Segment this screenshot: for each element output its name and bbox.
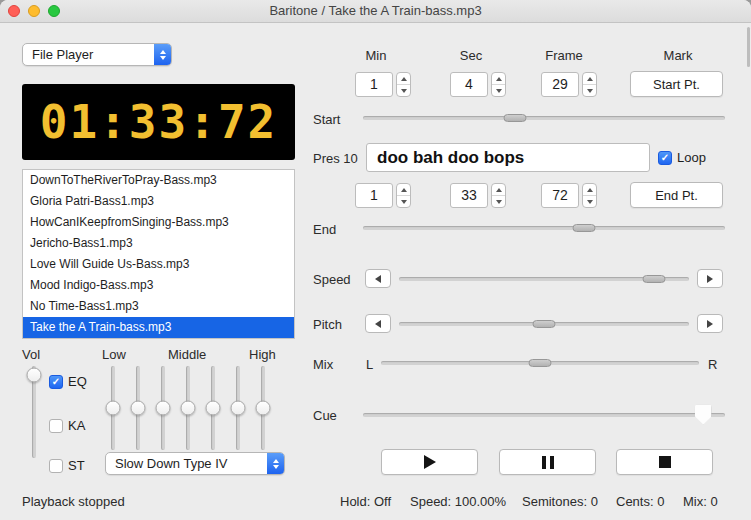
pitch-decrease-button[interactable] — [365, 314, 391, 333]
eq-band-slider[interactable] — [205, 366, 220, 450]
eq-band-thumb[interactable] — [205, 401, 220, 416]
window-scrollbar[interactable] — [747, 27, 750, 67]
stepper-up-button[interactable] — [492, 73, 505, 85]
mix-slider[interactable] — [381, 355, 699, 371]
stepper-up-button[interactable] — [397, 184, 410, 196]
start-frame-field[interactable]: 29 — [541, 72, 579, 97]
right-arrow-icon — [707, 320, 713, 328]
stepper-down-button[interactable] — [397, 196, 410, 207]
loop-checkbox-box[interactable] — [658, 151, 672, 165]
playlist-item[interactable]: Mood Indigo-Bass.mp3 — [23, 275, 294, 296]
loop-checkbox[interactable]: Loop — [658, 150, 706, 165]
start-min-stepper[interactable] — [396, 72, 411, 97]
pitch-slider-thumb[interactable] — [533, 320, 556, 328]
end-sec-stepper[interactable] — [491, 183, 506, 208]
end-min-stepper[interactable] — [396, 183, 411, 208]
eq-checkbox[interactable]: EQ — [49, 374, 87, 389]
playlist-item[interactable]: Love Will Guide Us-Bass.mp3 — [23, 254, 294, 275]
eq-band-slider[interactable] — [230, 366, 245, 450]
st-checkbox-box[interactable] — [49, 459, 63, 473]
end-min-field[interactable]: 1 — [355, 183, 393, 208]
speed-decrease-button[interactable] — [365, 269, 391, 288]
eq-checkbox-box[interactable] — [49, 375, 63, 389]
window-title: Baritone / Take the A Train-bass.mp3 — [0, 0, 751, 22]
playlist-item[interactable]: No Time-Bass1.mp3 — [23, 296, 294, 317]
speed-slider-thumb[interactable] — [643, 275, 666, 283]
eq-band-thumb[interactable] — [255, 401, 270, 416]
end-sec-field[interactable]: 33 — [450, 183, 488, 208]
volume-slider-thumb[interactable] — [26, 368, 41, 383]
cue-slider[interactable] — [363, 404, 725, 426]
play-button[interactable] — [381, 449, 478, 475]
eq-band-thumb[interactable] — [130, 401, 145, 416]
volume-slider[interactable] — [26, 366, 41, 458]
lcd-display: 01:33:72 — [22, 84, 295, 160]
frame-header: Frame — [541, 48, 587, 63]
sec-header: Sec — [452, 48, 490, 63]
status-message: Playback stopped — [22, 494, 125, 509]
eq-band-thumb[interactable] — [230, 401, 245, 416]
pitch-increase-button[interactable] — [697, 314, 723, 333]
loop-checkbox-label: Loop — [677, 150, 706, 165]
start-min-field[interactable]: 1 — [355, 72, 393, 97]
preset-input[interactable] — [366, 143, 650, 172]
end-point-button[interactable]: End Pt. — [630, 182, 723, 208]
pitch-slider[interactable] — [399, 314, 689, 333]
left-arrow-icon — [375, 275, 381, 283]
playlist-item[interactable]: Gloria Patri-Bass1.mp3 — [23, 191, 294, 212]
start-slider[interactable] — [363, 110, 725, 126]
playlist-item[interactable]: Jericho-Bass1.mp3 — [23, 233, 294, 254]
file-player-popup[interactable]: File Player — [22, 43, 172, 66]
ka-checkbox[interactable]: KA — [49, 418, 85, 433]
stepper-down-button[interactable] — [492, 196, 505, 207]
playlist-item[interactable]: DownToTheRiverToPray-Bass.mp3 — [23, 170, 294, 191]
status-cents: Cents: 0 — [616, 494, 664, 509]
popup-chevrons-icon — [267, 453, 284, 474]
status-mix: Mix: 0 — [683, 494, 718, 509]
ka-checkbox-box[interactable] — [49, 419, 63, 433]
start-slider-track — [363, 116, 725, 120]
end-frame-stepper[interactable] — [582, 183, 597, 208]
end-slider-track — [363, 226, 725, 230]
eq-band-slider[interactable] — [105, 366, 120, 450]
vol-label: Vol — [22, 347, 40, 362]
eq-band-slider[interactable] — [155, 366, 170, 450]
start-frame-stepper[interactable] — [582, 72, 597, 97]
end-frame-field[interactable]: 72 — [541, 183, 579, 208]
eq-band-thumb[interactable] — [155, 401, 170, 416]
stepper-up-button[interactable] — [583, 184, 596, 196]
end-slider[interactable] — [363, 220, 725, 236]
mix-slider-thumb[interactable] — [529, 359, 552, 367]
speed-label: Speed — [313, 272, 351, 287]
stepper-up-button[interactable] — [397, 73, 410, 85]
eq-band-slider[interactable] — [255, 366, 270, 450]
stop-button[interactable] — [616, 449, 713, 475]
cue-slider-track — [363, 413, 725, 417]
end-slider-thumb[interactable] — [572, 224, 595, 232]
mix-left-label: L — [366, 357, 373, 372]
cue-slider-thumb[interactable] — [695, 405, 712, 425]
stepper-down-button[interactable] — [492, 85, 505, 96]
stepper-up-button[interactable] — [492, 184, 505, 196]
eq-band-thumb[interactable] — [105, 401, 120, 416]
st-checkbox[interactable]: ST — [49, 458, 85, 473]
playlist-item[interactable]: Take the A Train-bass.mp3 — [23, 317, 294, 338]
slowdown-type-popup[interactable]: Slow Down Type IV — [105, 452, 285, 475]
speed-slider[interactable] — [399, 269, 689, 288]
eq-band-slider[interactable] — [130, 366, 145, 450]
mix-right-label: R — [708, 357, 717, 372]
start-sec-stepper[interactable] — [491, 72, 506, 97]
stepper-down-button[interactable] — [583, 196, 596, 207]
start-sec-field[interactable]: 4 — [450, 72, 488, 97]
speed-increase-button[interactable] — [697, 269, 723, 288]
eq-band-slider[interactable] — [180, 366, 195, 450]
playlist-item[interactable]: HowCanIKeepfromSinging-Bass.mp3 — [23, 212, 294, 233]
playlist: DownToTheRiverToPray-Bass.mp3 Gloria Pat… — [22, 169, 295, 339]
eq-band-thumb[interactable] — [180, 401, 195, 416]
pause-button[interactable] — [499, 449, 596, 475]
stepper-up-button[interactable] — [583, 73, 596, 85]
start-point-button[interactable]: Start Pt. — [630, 71, 723, 97]
start-slider-thumb[interactable] — [504, 114, 527, 122]
stepper-down-button[interactable] — [397, 85, 410, 96]
stepper-down-button[interactable] — [583, 85, 596, 96]
